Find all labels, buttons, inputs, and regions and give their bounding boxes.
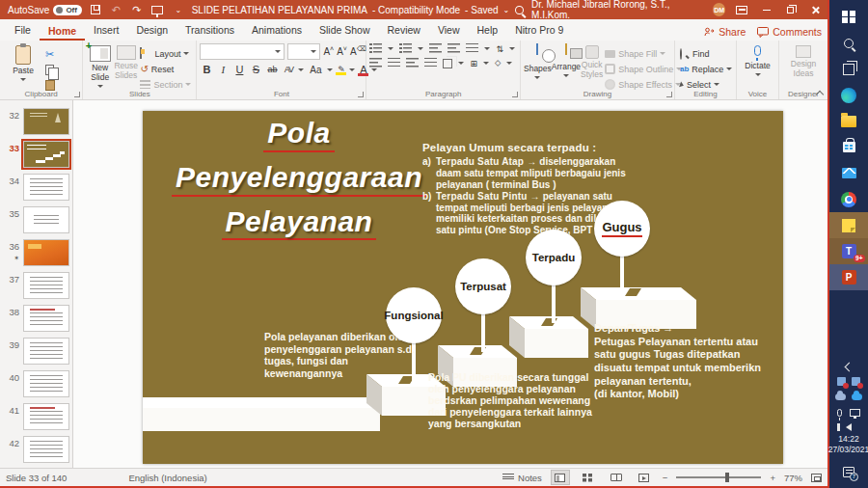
notes-button[interactable]: Notes (502, 473, 542, 483)
new-slide-button[interactable]: New Slide (86, 43, 114, 88)
language-status[interactable]: English (Indonesia) (128, 473, 206, 483)
comments-button[interactable]: Comments (757, 26, 822, 38)
pu-tunggal-textbox[interactable]: Pola PU diberikan secara tunggal oleh pe… (428, 372, 604, 430)
collapse-ribbon-button[interactable] (816, 89, 824, 96)
zoom-slider[interactable] (676, 476, 761, 478)
tab-help[interactable]: Help (469, 20, 507, 41)
increase-indent-icon[interactable] (448, 43, 460, 54)
normal-view-button[interactable] (551, 470, 570, 485)
search-icon[interactable] (515, 6, 524, 14)
layout-button[interactable]: Layout (138, 46, 193, 61)
circle-fungsional[interactable]: Fungsional (386, 287, 442, 343)
onedrive-icon[interactable] (835, 393, 846, 400)
circle-terpusat[interactable]: Terpusat (455, 258, 511, 314)
tab-nitro-pro[interactable]: Nitro Pro 9 (506, 20, 572, 41)
ribbon-display-options-button[interactable] (733, 3, 749, 16)
shape-fill-button[interactable]: Shape Fill (603, 46, 684, 61)
clear-formatting-button[interactable]: A⌫ (350, 45, 366, 57)
thumbnail-slide-36[interactable]: 36✶ (0, 239, 72, 272)
share-button[interactable]: Share (704, 26, 746, 38)
tray-expand-button[interactable] (829, 358, 868, 374)
file-explorer-button[interactable] (829, 108, 868, 134)
powerpoint-button[interactable]: P (829, 264, 868, 290)
thumbnail-slide-34[interactable]: 34 (0, 174, 72, 206)
start-button[interactable] (829, 4, 868, 30)
action-center-button[interactable]: 7 (829, 455, 868, 488)
align-text-icon[interactable]: ⊞ (470, 59, 477, 68)
autosave-toggle[interactable]: AutoSave Off (8, 5, 82, 15)
thumbnail-slide-32[interactable]: 32 (0, 108, 72, 141)
shapes-button[interactable]: Shapes (524, 43, 552, 79)
drawing-dialog-launcher[interactable] (666, 92, 672, 97)
clipboard-dialog-launcher[interactable] (74, 92, 80, 97)
replace-button[interactable]: abReplace (678, 62, 734, 76)
thumbnail-slide-41[interactable]: 41 (0, 403, 72, 436)
teams-button[interactable]: T9+ (829, 238, 868, 264)
tray-microphone-icon[interactable] (837, 409, 842, 417)
thumbnail-slide-35[interactable]: 35 (0, 206, 72, 239)
justify-icon[interactable] (424, 58, 437, 68)
tray-sync-error-icon-2[interactable] (852, 377, 860, 386)
font-name-combo[interactable] (200, 43, 285, 60)
thumbnail-slide-42[interactable]: 42 (0, 436, 72, 468)
thumbnail-slide-39[interactable]: 39 (0, 338, 72, 370)
tab-insert[interactable]: Insert (85, 20, 127, 41)
tab-slideshow[interactable]: Slide Show (311, 20, 379, 41)
font-dialog-launcher[interactable] (358, 92, 364, 97)
cut-button[interactable]: ✂ (43, 47, 57, 62)
columns-icon[interactable] (443, 59, 452, 68)
edge-button[interactable] (829, 82, 868, 108)
taskbar-search-button[interactable] (829, 30, 868, 56)
align-right-icon[interactable] (406, 58, 419, 68)
numbering-icon[interactable] (399, 43, 412, 54)
zoom-out-button[interactable]: − (663, 473, 668, 483)
taskbar-clock[interactable]: 14:22 27/03/2021 (828, 434, 868, 455)
design-ideas-button[interactable]: Design Ideas (782, 43, 825, 79)
mail-button[interactable] (829, 160, 868, 186)
tray-sync-error-icon-1[interactable] (837, 377, 846, 386)
tab-transitions[interactable]: Transitions (176, 20, 243, 41)
onedrive-personal-icon[interactable] (852, 393, 862, 400)
avatar[interactable]: DM (713, 3, 726, 16)
highlight-color-button[interactable]: ✎ (336, 65, 346, 75)
volume-icon[interactable] (846, 423, 852, 431)
dictate-button[interactable]: Dictate (740, 43, 775, 76)
restore-button[interactable] (782, 3, 799, 16)
change-case-button[interactable]: Aa (307, 63, 324, 77)
find-button[interactable]: Find (678, 46, 734, 61)
zoom-in-button[interactable]: + (770, 473, 775, 483)
fit-slide-button[interactable] (811, 474, 822, 482)
thumbnail-slide-40[interactable]: 40 (0, 370, 72, 403)
thumbnail-slide-33-selected[interactable]: 33 (0, 141, 72, 174)
zoom-slider-thumb[interactable] (725, 473, 729, 482)
character-spacing-button[interactable]: AV (282, 63, 295, 77)
tab-file[interactable]: File (6, 20, 40, 41)
quick-access-overflow[interactable]: ⌄ (171, 3, 186, 16)
smartart-icon[interactable]: ⬦ (495, 58, 501, 68)
close-button[interactable] (807, 3, 824, 16)
decrease-indent-icon[interactable] (429, 43, 442, 54)
decrease-font-button[interactable]: A˅ (337, 45, 347, 57)
tab-design[interactable]: Design (127, 20, 176, 41)
undo-button[interactable]: ↶ (108, 3, 123, 16)
start-slideshow-button[interactable] (150, 3, 166, 16)
align-left-icon[interactable] (369, 58, 382, 68)
slide-sorter-button[interactable] (579, 470, 598, 485)
slide-canvas[interactable]: Pola Penyelenggaraan Pelayanan Pelayan U… (73, 100, 827, 468)
circle-terpadu[interactable]: Terpadu (526, 230, 582, 285)
strikethrough-button[interactable]: S (249, 63, 262, 77)
quick-styles-button[interactable]: Quick Styles (581, 43, 603, 80)
save-button[interactable] (88, 3, 103, 16)
minimize-button[interactable] (758, 3, 774, 16)
slide-33[interactable]: Pola Penyelenggaraan Pelayanan Pelayan U… (143, 111, 783, 464)
saved-status[interactable]: - Saved (465, 5, 498, 15)
increase-font-button[interactable]: A˄ (323, 45, 334, 57)
sticky-notes-button[interactable] (829, 212, 868, 238)
fungsional-textbox[interactable]: Pola pelayanan diberikan oleh penyelengg… (264, 331, 417, 379)
bold-button[interactable]: B (200, 63, 213, 77)
slide-title[interactable]: Pola Penyelenggaraan Pelayanan (154, 117, 444, 249)
paragraph-dialog-launcher[interactable] (512, 92, 518, 97)
tab-home[interactable]: Home (40, 21, 85, 41)
slide-thumbnail-panel[interactable]: 32 33 34 35 36✶ (0, 100, 73, 468)
line-spacing-icon[interactable] (466, 43, 478, 54)
